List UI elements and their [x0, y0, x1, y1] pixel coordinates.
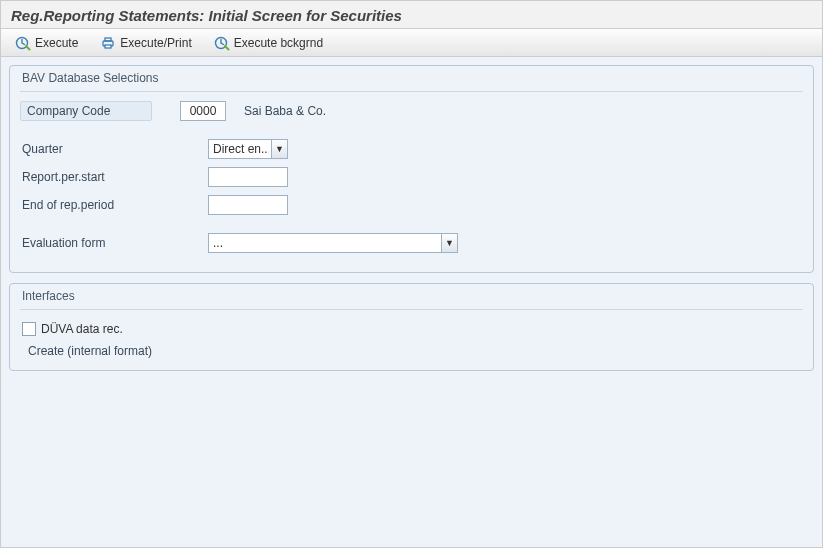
report-end-label: End of rep.period [20, 198, 180, 212]
main-area: BAV Database Selections Company Code Sai… [1, 57, 822, 548]
clock-bckgrnd-icon [214, 35, 230, 51]
svg-rect-2 [105, 38, 111, 41]
report-start-input[interactable] [208, 167, 288, 187]
bav-selections-group: BAV Database Selections Company Code Sai… [9, 65, 814, 273]
company-code-text: Sai Baba & Co. [244, 104, 326, 118]
company-code-input[interactable] [180, 101, 226, 121]
report-start-label: Report.per.start [20, 170, 180, 184]
company-code-label: Company Code [20, 101, 152, 121]
execute-bckgrnd-label: Execute bckgrnd [234, 36, 323, 50]
dropdown-arrow-icon[interactable]: ▼ [441, 234, 457, 252]
svg-rect-3 [105, 45, 111, 48]
execute-label: Execute [35, 36, 78, 50]
interfaces-group-title: Interfaces [20, 284, 803, 310]
execute-bckgrnd-button[interactable]: Execute bckgrnd [210, 33, 327, 53]
quarter-label: Quarter [20, 142, 180, 156]
execute-print-label: Execute/Print [120, 36, 191, 50]
printer-icon [100, 35, 116, 51]
page-title: Reg.Reporting Statements: Initial Screen… [1, 1, 822, 29]
toolbar: Execute Execute/Print Execute bckgrnd [1, 29, 822, 57]
duva-checkbox[interactable] [22, 322, 36, 336]
interfaces-group: Interfaces DÜVA data rec. Create (intern… [9, 283, 814, 371]
create-internal-label: Create (internal format) [20, 344, 803, 358]
report-end-input[interactable] [208, 195, 288, 215]
duva-label: DÜVA data rec. [41, 322, 123, 336]
evaluation-form-label: Evaluation form [20, 236, 180, 250]
execute-print-button[interactable]: Execute/Print [96, 33, 195, 53]
evaluation-form-select[interactable] [208, 233, 458, 253]
bav-group-title: BAV Database Selections [20, 66, 803, 92]
dropdown-arrow-icon[interactable]: ▼ [271, 140, 287, 158]
clock-execute-icon [15, 35, 31, 51]
execute-button[interactable]: Execute [11, 33, 82, 53]
